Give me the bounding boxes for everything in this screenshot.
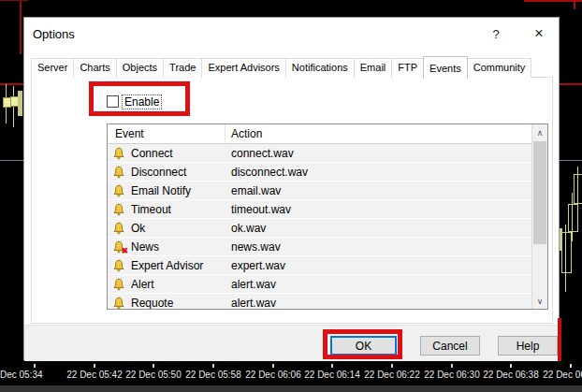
event-name: Expert Advisor [131,259,203,272]
bell-icon: ✖ [112,222,125,235]
event-name: Email Notify [131,184,191,197]
axis-time-label: 22 Dec 05:50 [125,370,182,380]
events-table: Event Action ✖Connect connect.wav ✖Disco… [107,123,548,310]
axis-tick [570,364,572,368]
axis-tick [451,364,453,368]
table-row[interactable]: ✖Requote alert.wav [108,294,531,309]
axis-time-label: 22 Dec 05:58 [185,370,241,380]
ok-button[interactable]: OK [330,336,397,356]
scrollbar-thumb[interactable] [533,141,546,244]
table-header: Event Action [108,124,547,144]
tab-ftp[interactable]: FTP [391,58,424,78]
axis-time-label: 22 Dec 05:42 [66,370,123,380]
tab-community[interactable]: Community [467,58,532,78]
action-file: connect.wav [225,147,531,160]
action-file: ok.wav [225,222,531,235]
help-icon[interactable]: ? [481,20,511,48]
action-file: disconnect.wav [225,166,531,179]
axis-tick [94,364,95,368]
table-row[interactable]: ✖Ok ok.wav [108,219,531,238]
disabled-x-icon: ✖ [121,247,128,255]
tab-expert-advisors[interactable]: Expert Advisors [201,58,285,78]
tab-email[interactable]: Email [354,58,393,78]
chart-red-vertical-mark [558,318,561,361]
event-name: Disconnect [131,166,186,179]
candle-body [561,232,572,273]
event-name: Alert [131,278,154,291]
event-name: Requote [131,297,173,310]
options-dialog: Options ? × Server Charts Objects Trade … [23,17,560,360]
column-header-action[interactable]: Action [225,127,547,140]
axis-tick [391,364,393,368]
dialog-titlebar: Options ? × [24,18,559,53]
tab-trade[interactable]: Trade [163,58,202,78]
vertical-scrollbar[interactable]: ∧ ∨ [531,124,547,309]
axis-time-label: 22 Dec 06:46 [543,370,582,380]
table-row[interactable]: ✖Timeout timeout.wav [108,200,531,219]
action-file: news.wav [225,240,531,254]
table-row[interactable]: ✖Disconnect disconnect.wav [108,163,531,181]
enable-checkbox-label[interactable]: Enable [122,94,162,109]
bell-icon: ✖ [112,278,125,291]
axis-tick [272,364,274,368]
status-strip [0,385,582,392]
axis-time-label: 22 Dec 06:06 [245,370,301,380]
time-axis: Dec 05:34 22 Dec 05:42 22 Dec 05:50 22 D… [0,361,582,385]
action-file: alert.wav [225,278,531,291]
tab-notifications[interactable]: Notifications [285,58,355,78]
table-rows: ✖Connect connect.wav ✖Disconnect disconn… [108,144,531,309]
bell-disabled-icon: ✖ [112,240,125,254]
bell-icon: ✖ [112,259,125,272]
options-tabstrip: Server Charts Objects Trade Expert Advis… [31,55,531,78]
action-file: expert.wav [225,259,531,272]
bell-icon: ✖ [112,297,125,310]
column-header-event[interactable]: Event [108,127,225,140]
bell-icon: ✖ [112,184,125,197]
event-name: Timeout [131,203,171,216]
axis-time-label: 22 Dec 06:38 [483,370,539,380]
axis-time-label: 22 Dec 06:14 [304,370,360,380]
table-row[interactable]: ✖Alert alert.wav [108,275,531,294]
axis-tick [331,364,333,368]
candle-wick [13,86,14,127]
action-file: timeout.wav [225,203,531,216]
tab-server[interactable]: Server [31,58,74,78]
axis-tick [510,364,512,368]
chart-red-top-line-left [0,0,28,1]
action-file: email.wav [225,184,531,197]
candle-body [560,228,562,251]
cancel-button[interactable]: Cancel [420,336,480,356]
scroll-down-icon[interactable]: ∨ [532,293,547,309]
bell-icon: ✖ [112,166,125,179]
candle-body [18,91,22,116]
chart-red-top-line [524,0,582,2]
axis-time-label: 22 Dec 06:30 [424,370,480,380]
event-name: Ok [131,222,145,235]
chart-red-vertical-line [20,0,22,54]
dialog-title: Options [33,27,75,41]
metatrader-screen: Dec 05:34 22 Dec 05:42 22 Dec 05:50 22 D… [0,0,582,392]
table-row[interactable]: ✖News news.wav [108,238,531,256]
enable-checkbox[interactable] [107,95,119,108]
bell-icon: ✖ [112,203,125,216]
tab-objects[interactable]: Objects [116,58,164,78]
event-name: Connect [131,147,173,160]
scroll-up-icon[interactable]: ∧ [532,124,547,140]
axis-time-label: Dec 05:34 [0,370,43,380]
axis-tick [34,364,36,368]
axis-tick [212,364,214,368]
tab-events[interactable]: Events [423,56,468,79]
table-row[interactable]: ✖Expert Advisor expert.wav [108,256,531,275]
axis-tick [153,364,154,368]
bell-icon: ✖ [112,147,125,160]
table-row[interactable]: ✖Connect connect.wav [108,144,531,163]
candle-body [574,174,582,204]
close-icon[interactable]: × [524,20,554,48]
action-file: alert.wav [225,297,531,310]
axis-time-label: 22 Dec 06:22 [364,370,420,380]
event-name: News [131,240,159,254]
help-button[interactable]: Help [498,336,558,356]
table-row[interactable]: ✖Email Notify email.wav [108,181,531,200]
tab-charts[interactable]: Charts [73,58,116,78]
